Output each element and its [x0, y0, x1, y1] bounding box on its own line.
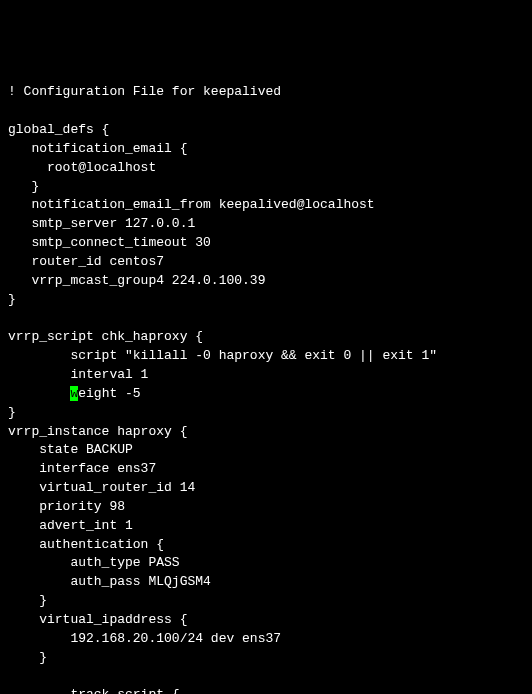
state-line: state BACKUP — [8, 442, 133, 457]
virtual-ipaddress-close: } — [8, 650, 47, 665]
script-line: script "killall -0 haproxy && exit 0 || … — [8, 348, 437, 363]
interval-line: interval 1 — [8, 367, 148, 382]
global-defs-open: global_defs { — [8, 122, 109, 137]
notification-email-from: notification_email_from keepalived@local… — [8, 197, 375, 212]
auth-pass: auth_pass MLQjGSM4 — [8, 574, 211, 589]
smtp-connect-timeout: smtp_connect_timeout 30 — [8, 235, 211, 250]
advert-int: advert_int 1 — [8, 518, 133, 533]
router-id: router_id centos7 — [8, 254, 164, 269]
notification-email-close: } — [8, 179, 39, 194]
weight-prefix — [8, 386, 70, 401]
notification-email-open: notification_email { — [8, 141, 187, 156]
priority-line: priority 98 — [8, 499, 125, 514]
terminal-output[interactable]: ! Configuration File for keepalived glob… — [8, 83, 524, 694]
vrrp-script-open: vrrp_script chk_haproxy { — [8, 329, 203, 344]
weight-rest: eight -5 — [78, 386, 140, 401]
vrrp-mcast-group4: vrrp_mcast_group4 224.0.100.39 — [8, 273, 265, 288]
config-comment: ! Configuration File for keepalived — [8, 84, 281, 99]
global-defs-close: } — [8, 292, 16, 307]
virtual-router-id: virtual_router_id 14 — [8, 480, 195, 495]
vrrp-script-close: } — [8, 405, 16, 420]
track-script-open: track_script { — [8, 687, 180, 694]
virtual-ipaddress-open: virtual_ipaddress { — [8, 612, 187, 627]
interface-line: interface ens37 — [8, 461, 156, 476]
notification-email-value: root@localhost — [8, 160, 156, 175]
auth-type: auth_type PASS — [8, 555, 180, 570]
authentication-open: authentication { — [8, 537, 164, 552]
authentication-close: } — [8, 593, 47, 608]
vrrp-instance-open: vrrp_instance haproxy { — [8, 424, 187, 439]
smtp-server: smtp_server 127.0.0.1 — [8, 216, 195, 231]
virtual-ipaddress-value: 192.168.20.100/24 dev ens37 — [8, 631, 281, 646]
